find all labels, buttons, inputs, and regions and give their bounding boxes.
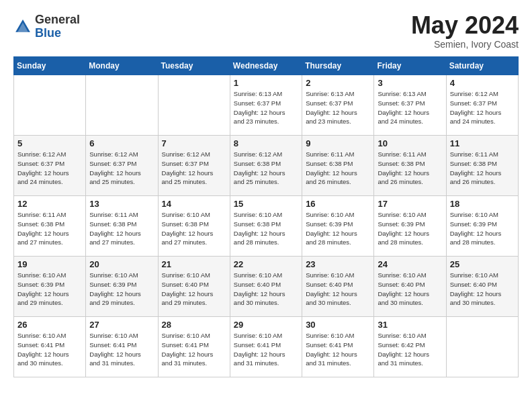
day-info: Sunrise: 6:10 AM Sunset: 6:40 PM Dayligh… bbox=[450, 271, 515, 308]
day-info: Sunrise: 6:11 AM Sunset: 6:38 PM Dayligh… bbox=[89, 210, 154, 247]
logo: General Blue bbox=[13, 13, 80, 40]
day-number: 25 bbox=[450, 259, 515, 269]
calendar-cell: 15Sunrise: 6:10 AM Sunset: 6:38 PM Dayli… bbox=[230, 196, 302, 257]
calendar-cell: 6Sunrise: 6:12 AM Sunset: 6:37 PM Daylig… bbox=[86, 136, 158, 196]
day-number: 20 bbox=[89, 259, 154, 269]
calendar-cell: 22Sunrise: 6:10 AM Sunset: 6:40 PM Dayli… bbox=[230, 257, 302, 317]
calendar-cell: 13Sunrise: 6:11 AM Sunset: 6:38 PM Dayli… bbox=[86, 196, 158, 257]
day-info: Sunrise: 6:10 AM Sunset: 6:38 PM Dayligh… bbox=[162, 210, 226, 247]
calendar-week-row: 12Sunrise: 6:11 AM Sunset: 6:38 PM Dayli… bbox=[14, 196, 519, 257]
day-number: 19 bbox=[17, 259, 82, 269]
calendar-cell: 10Sunrise: 6:11 AM Sunset: 6:38 PM Dayli… bbox=[374, 136, 446, 196]
title-block: May 2024 Semien, Ivory Coast bbox=[411, 13, 519, 50]
calendar-cell: 20Sunrise: 6:10 AM Sunset: 6:39 PM Dayli… bbox=[86, 257, 158, 317]
weekday-header-sunday: Sunday bbox=[14, 57, 86, 75]
day-number: 23 bbox=[306, 259, 370, 269]
day-info: Sunrise: 6:13 AM Sunset: 6:37 PM Dayligh… bbox=[378, 89, 442, 126]
day-number: 12 bbox=[17, 199, 82, 209]
month-title: May 2024 bbox=[411, 13, 519, 38]
day-number: 14 bbox=[162, 199, 226, 209]
day-number: 2 bbox=[306, 78, 370, 88]
day-info: Sunrise: 6:11 AM Sunset: 6:38 PM Dayligh… bbox=[378, 150, 442, 187]
calendar-cell: 5Sunrise: 6:12 AM Sunset: 6:37 PM Daylig… bbox=[14, 136, 86, 196]
day-info: Sunrise: 6:10 AM Sunset: 6:39 PM Dayligh… bbox=[378, 210, 442, 247]
calendar-cell: 17Sunrise: 6:10 AM Sunset: 6:39 PM Dayli… bbox=[374, 196, 446, 257]
calendar-cell: 31Sunrise: 6:10 AM Sunset: 6:42 PM Dayli… bbox=[374, 317, 446, 377]
day-info: Sunrise: 6:10 AM Sunset: 6:41 PM Dayligh… bbox=[17, 331, 82, 368]
calendar-cell: 4Sunrise: 6:12 AM Sunset: 6:37 PM Daylig… bbox=[446, 75, 518, 136]
day-info: Sunrise: 6:10 AM Sunset: 6:39 PM Dayligh… bbox=[450, 210, 515, 247]
weekday-header-row: SundayMondayTuesdayWednesdayThursdayFrid… bbox=[14, 57, 519, 75]
page-header: General Blue May 2024 Semien, Ivory Coas… bbox=[13, 13, 519, 50]
calendar-cell: 27Sunrise: 6:10 AM Sunset: 6:41 PM Dayli… bbox=[86, 317, 158, 377]
calendar-cell bbox=[14, 75, 86, 136]
calendar-cell: 23Sunrise: 6:10 AM Sunset: 6:40 PM Dayli… bbox=[302, 257, 374, 317]
calendar-cell: 30Sunrise: 6:10 AM Sunset: 6:41 PM Dayli… bbox=[302, 317, 374, 377]
day-info: Sunrise: 6:13 AM Sunset: 6:37 PM Dayligh… bbox=[306, 89, 370, 126]
weekday-header-monday: Monday bbox=[86, 57, 158, 75]
day-info: Sunrise: 6:10 AM Sunset: 6:41 PM Dayligh… bbox=[162, 331, 226, 368]
day-number: 10 bbox=[378, 138, 442, 148]
calendar-cell: 21Sunrise: 6:10 AM Sunset: 6:40 PM Dayli… bbox=[158, 257, 230, 317]
weekday-header-friday: Friday bbox=[374, 57, 446, 75]
calendar-table: SundayMondayTuesdayWednesdayThursdayFrid… bbox=[13, 56, 519, 377]
calendar-cell: 29Sunrise: 6:10 AM Sunset: 6:41 PM Dayli… bbox=[230, 317, 302, 377]
day-info: Sunrise: 6:10 AM Sunset: 6:40 PM Dayligh… bbox=[162, 271, 226, 308]
logo-icon bbox=[13, 17, 32, 36]
day-info: Sunrise: 6:10 AM Sunset: 6:40 PM Dayligh… bbox=[306, 271, 370, 308]
day-number: 26 bbox=[17, 320, 82, 330]
calendar-cell: 11Sunrise: 6:11 AM Sunset: 6:38 PM Dayli… bbox=[446, 136, 518, 196]
calendar-cell: 16Sunrise: 6:10 AM Sunset: 6:39 PM Dayli… bbox=[302, 196, 374, 257]
day-number: 11 bbox=[450, 138, 515, 148]
calendar-cell: 8Sunrise: 6:12 AM Sunset: 6:38 PM Daylig… bbox=[230, 136, 302, 196]
day-info: Sunrise: 6:10 AM Sunset: 6:39 PM Dayligh… bbox=[17, 271, 82, 308]
weekday-header-wednesday: Wednesday bbox=[230, 57, 302, 75]
day-number: 13 bbox=[89, 199, 154, 209]
logo-blue-text: Blue bbox=[35, 27, 80, 40]
day-info: Sunrise: 6:11 AM Sunset: 6:38 PM Dayligh… bbox=[17, 210, 82, 247]
day-number: 29 bbox=[234, 320, 298, 330]
calendar-cell: 18Sunrise: 6:10 AM Sunset: 6:39 PM Dayli… bbox=[446, 196, 518, 257]
day-number: 22 bbox=[234, 259, 298, 269]
day-number: 7 bbox=[162, 138, 226, 148]
day-info: Sunrise: 6:10 AM Sunset: 6:39 PM Dayligh… bbox=[306, 210, 370, 247]
day-number: 9 bbox=[306, 138, 370, 148]
calendar-cell bbox=[86, 75, 158, 136]
calendar-cell bbox=[158, 75, 230, 136]
day-number: 4 bbox=[450, 78, 515, 88]
day-number: 31 bbox=[378, 320, 442, 330]
calendar-cell bbox=[446, 317, 518, 377]
day-info: Sunrise: 6:10 AM Sunset: 6:40 PM Dayligh… bbox=[234, 271, 298, 308]
day-info: Sunrise: 6:10 AM Sunset: 6:41 PM Dayligh… bbox=[234, 331, 298, 368]
logo-text: General Blue bbox=[35, 13, 80, 40]
day-number: 15 bbox=[234, 199, 298, 209]
day-info: Sunrise: 6:10 AM Sunset: 6:42 PM Dayligh… bbox=[378, 331, 442, 368]
calendar-week-row: 19Sunrise: 6:10 AM Sunset: 6:39 PM Dayli… bbox=[14, 257, 519, 317]
location-label: Semien, Ivory Coast bbox=[411, 39, 519, 50]
day-number: 8 bbox=[234, 138, 298, 148]
calendar-week-row: 5Sunrise: 6:12 AM Sunset: 6:37 PM Daylig… bbox=[14, 136, 519, 196]
day-number: 5 bbox=[17, 138, 82, 148]
day-info: Sunrise: 6:12 AM Sunset: 6:38 PM Dayligh… bbox=[234, 150, 298, 187]
day-info: Sunrise: 6:12 AM Sunset: 6:37 PM Dayligh… bbox=[89, 150, 154, 187]
day-number: 21 bbox=[162, 259, 226, 269]
calendar-cell: 7Sunrise: 6:12 AM Sunset: 6:37 PM Daylig… bbox=[158, 136, 230, 196]
calendar-cell: 3Sunrise: 6:13 AM Sunset: 6:37 PM Daylig… bbox=[374, 75, 446, 136]
calendar-week-row: 26Sunrise: 6:10 AM Sunset: 6:41 PM Dayli… bbox=[14, 317, 519, 377]
day-number: 17 bbox=[378, 199, 442, 209]
calendar-cell: 28Sunrise: 6:10 AM Sunset: 6:41 PM Dayli… bbox=[158, 317, 230, 377]
day-info: Sunrise: 6:11 AM Sunset: 6:38 PM Dayligh… bbox=[450, 150, 515, 187]
weekday-header-saturday: Saturday bbox=[446, 57, 518, 75]
calendar-cell: 25Sunrise: 6:10 AM Sunset: 6:40 PM Dayli… bbox=[446, 257, 518, 317]
calendar-cell: 24Sunrise: 6:10 AM Sunset: 6:40 PM Dayli… bbox=[374, 257, 446, 317]
calendar-cell: 1Sunrise: 6:13 AM Sunset: 6:37 PM Daylig… bbox=[230, 75, 302, 136]
day-info: Sunrise: 6:10 AM Sunset: 6:38 PM Dayligh… bbox=[234, 210, 298, 247]
day-number: 24 bbox=[378, 259, 442, 269]
calendar-cell: 26Sunrise: 6:10 AM Sunset: 6:41 PM Dayli… bbox=[14, 317, 86, 377]
calendar-cell: 19Sunrise: 6:10 AM Sunset: 6:39 PM Dayli… bbox=[14, 257, 86, 317]
calendar-cell: 2Sunrise: 6:13 AM Sunset: 6:37 PM Daylig… bbox=[302, 75, 374, 136]
day-number: 28 bbox=[162, 320, 226, 330]
day-info: Sunrise: 6:12 AM Sunset: 6:37 PM Dayligh… bbox=[17, 150, 82, 187]
calendar-cell: 12Sunrise: 6:11 AM Sunset: 6:38 PM Dayli… bbox=[14, 196, 86, 257]
day-number: 27 bbox=[89, 320, 154, 330]
